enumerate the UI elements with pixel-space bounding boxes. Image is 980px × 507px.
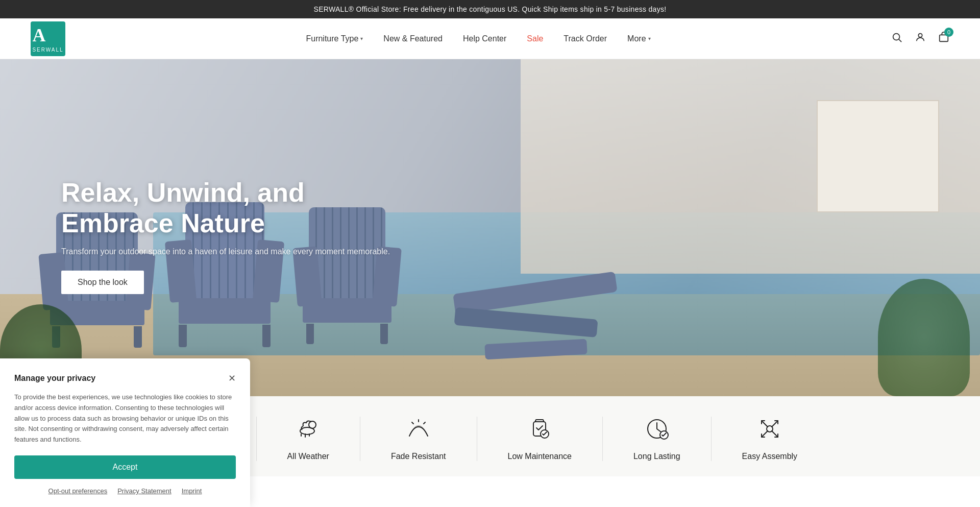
- svg-point-18: [767, 426, 773, 432]
- account-icon[interactable]: [915, 32, 926, 45]
- hero-section: Relax, Unwind, and Embrace Nature Transf…: [0, 59, 980, 396]
- logo[interactable]: A SERWALL: [31, 21, 65, 56]
- all-weather-icon: [296, 417, 321, 446]
- nav-more-label: More: [627, 34, 646, 43]
- feature-fade-resistant: Fade Resistant: [360, 417, 477, 461]
- chevron-down-icon: ▾: [360, 36, 363, 41]
- header: A SERWALL Furniture Type ▾ New & Feature…: [0, 18, 980, 59]
- feature-low-maintenance: Low Maintenance: [477, 417, 603, 461]
- feature-long-lasting: Long Lasting: [603, 417, 712, 461]
- hero-window: [817, 100, 939, 212]
- feature-easy-assembly: Easy Assembly: [712, 417, 828, 461]
- nav-more[interactable]: More ▾: [627, 34, 650, 43]
- long-lasting-icon: [645, 417, 669, 446]
- svg-line-1: [899, 39, 901, 42]
- hero-subtitle: Transform your outdoor space into a have…: [61, 247, 390, 256]
- logo-subtitle: SERWALL: [32, 47, 63, 53]
- feature-easy-assembly-label: Easy Assembly: [742, 452, 797, 461]
- modal-header: Manage your privacy ✕: [14, 373, 236, 384]
- svg-point-5: [300, 427, 314, 434]
- top-banner: SERWALL® Official Store: Free delivery i…: [0, 0, 980, 18]
- hero-content: Relax, Unwind, and Embrace Nature Transf…: [61, 178, 390, 294]
- nav-track-order[interactable]: Track Order: [564, 34, 607, 43]
- feature-low-maintenance-label: Low Maintenance: [508, 452, 572, 461]
- search-icon[interactable]: [891, 32, 902, 45]
- feature-long-lasting-label: Long Lasting: [633, 452, 680, 461]
- chair-folded: [454, 294, 628, 355]
- cart-icon[interactable]: 0: [938, 32, 949, 45]
- logo-letter: A: [32, 25, 63, 46]
- easy-assembly-icon: [757, 417, 782, 446]
- modal-title: Manage your privacy: [14, 374, 95, 383]
- nav-new-featured[interactable]: New & Featured: [383, 34, 443, 43]
- nav-help-center-label: Help Center: [463, 34, 506, 43]
- nav-sale[interactable]: Sale: [527, 34, 543, 43]
- chevron-down-icon: ▾: [648, 36, 651, 41]
- hero-plant-right: [878, 269, 980, 396]
- feature-all-weather: All Weather: [257, 417, 360, 461]
- nav-furniture-type[interactable]: Furniture Type ▾: [306, 34, 363, 43]
- svg-point-0: [893, 34, 900, 40]
- privacy-modal: Manage your privacy ✕ To provide the bes…: [0, 358, 250, 476]
- nav-new-featured-label: New & Featured: [383, 34, 443, 43]
- svg-point-2: [918, 34, 922, 37]
- modal-accept-button[interactable]: Accept: [14, 455, 236, 476]
- feature-all-weather-label: All Weather: [287, 452, 329, 461]
- modal-body: To provide the best experiences, we use …: [14, 392, 236, 445]
- logo-box: A SERWALL: [31, 21, 65, 56]
- cart-badge: 0: [944, 28, 953, 37]
- main-nav: Furniture Type ▾ New & Featured Help Cen…: [65, 34, 891, 43]
- header-actions: 0: [891, 32, 949, 45]
- hero-title: Relax, Unwind, and Embrace Nature: [61, 178, 390, 239]
- nav-sale-label: Sale: [527, 34, 543, 43]
- low-maintenance-icon: [527, 417, 552, 446]
- nav-furniture-type-label: Furniture Type: [306, 34, 358, 43]
- nav-track-order-label: Track Order: [564, 34, 607, 43]
- shop-the-look-button[interactable]: Shop the look: [61, 271, 144, 294]
- modal-close-button[interactable]: ✕: [228, 373, 236, 384]
- feature-fade-resistant-label: Fade Resistant: [391, 452, 446, 461]
- nav-help-center[interactable]: Help Center: [463, 34, 506, 43]
- banner-text: SERWALL® Official Store: Free delivery i…: [314, 5, 667, 13]
- fade-resistant-icon: [406, 417, 431, 446]
